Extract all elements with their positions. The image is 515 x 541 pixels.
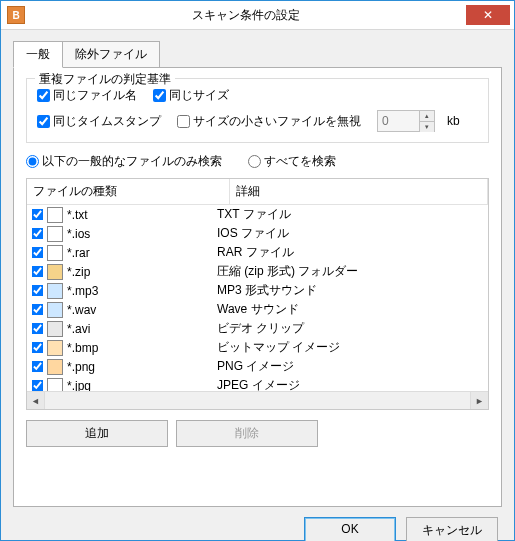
same-filename-label[interactable]: 同じファイル名 <box>37 87 137 104</box>
same-timestamp-text: 同じタイムスタンプ <box>53 113 161 130</box>
table-row[interactable]: *.aviビデオ クリップ <box>27 319 488 338</box>
table-row[interactable]: *.jpgJPEG イメージ <box>27 376 488 391</box>
table-row[interactable]: *.mp3MP3 形式サウンド <box>27 281 488 300</box>
duplicate-criteria-legend: 重複ファイルの判定基準 <box>35 71 175 88</box>
column-file-type[interactable]: ファイルの種類 <box>27 179 230 204</box>
row-checkbox[interactable] <box>32 228 44 240</box>
scroll-right-button[interactable]: ► <box>470 392 488 409</box>
file-description: IOS ファイル <box>217 225 484 242</box>
file-extension: *.jpg <box>67 379 217 392</box>
tab-strip: 一般 除外ファイル <box>13 40 502 67</box>
file-extension: *.ios <box>67 227 217 241</box>
file-extension: *.rar <box>67 246 217 260</box>
table-row[interactable]: *.bmpビットマップ イメージ <box>27 338 488 357</box>
listview-header: ファイルの種類 詳細 <box>27 179 488 205</box>
spin-up-button[interactable]: ▴ <box>420 111 434 121</box>
ignore-small-checkbox[interactable] <box>177 115 190 128</box>
same-filename-text: 同じファイル名 <box>53 87 137 104</box>
row-checkbox-cell <box>31 208 45 221</box>
window-title: スキャン条件の設定 <box>25 7 466 24</box>
file-extension: *.avi <box>67 322 217 336</box>
add-button[interactable]: 追加 <box>26 420 168 447</box>
file-extension: *.zip <box>67 265 217 279</box>
row-checkbox[interactable] <box>32 285 44 297</box>
file-description: MP3 形式サウンド <box>217 282 484 299</box>
close-icon: ✕ <box>483 8 493 22</box>
file-type-icon <box>47 226 63 242</box>
file-type-icon <box>47 245 63 261</box>
table-row[interactable]: *.iosIOS ファイル <box>27 224 488 243</box>
ok-button[interactable]: OK <box>304 517 396 541</box>
file-description: Wave サウンド <box>217 301 484 318</box>
row-checkbox[interactable] <box>32 209 44 221</box>
row-checkbox-cell <box>31 341 45 354</box>
row-checkbox[interactable] <box>32 323 44 335</box>
table-row[interactable]: *.rarRAR ファイル <box>27 243 488 262</box>
close-button[interactable]: ✕ <box>466 5 510 25</box>
same-size-text: 同じサイズ <box>169 87 229 104</box>
scope-all-label[interactable]: すべてを検索 <box>248 153 336 170</box>
ignore-small-text: サイズの小さいファイルを無視 <box>193 113 361 130</box>
row-checkbox[interactable] <box>32 342 44 354</box>
file-type-icon <box>47 321 63 337</box>
row-checkbox[interactable] <box>32 361 44 373</box>
file-description: JPEG イメージ <box>217 377 484 391</box>
small-size-spinner[interactable]: 0 ▴ ▾ <box>377 110 435 132</box>
dialog-buttons: OK キャンセル <box>13 517 502 541</box>
file-extension: *.txt <box>67 208 217 222</box>
file-type-icon <box>47 340 63 356</box>
row-checkbox-cell <box>31 265 45 278</box>
client-area: 一般 除外ファイル 重複ファイルの判定基準 同じファイル名 同じサイズ <box>1 30 514 541</box>
file-type-icon <box>47 378 63 392</box>
size-unit-label: kb <box>447 114 460 128</box>
row-checkbox-cell <box>31 284 45 297</box>
horizontal-scrollbar[interactable]: ◄ ► <box>27 391 488 409</box>
row-checkbox-cell <box>31 360 45 373</box>
listview-body[interactable]: *.txtTXT ファイル*.iosIOS ファイル*.rarRAR ファイル*… <box>27 205 488 391</box>
file-description: ビットマップ イメージ <box>217 339 484 356</box>
file-type-icon <box>47 283 63 299</box>
same-size-label[interactable]: 同じサイズ <box>153 87 229 104</box>
file-description: 圧縮 (zip 形式) フォルダー <box>217 263 484 280</box>
row-checkbox-cell <box>31 303 45 316</box>
same-timestamp-label[interactable]: 同じタイムスタンプ <box>37 113 161 130</box>
file-description: PNG イメージ <box>217 358 484 375</box>
file-type-icon <box>47 207 63 223</box>
tab-general[interactable]: 一般 <box>13 41 63 68</box>
same-size-checkbox[interactable] <box>153 89 166 102</box>
app-icon: B <box>7 6 25 24</box>
row-checkbox-cell <box>31 322 45 335</box>
table-row[interactable]: *.zip圧縮 (zip 形式) フォルダー <box>27 262 488 281</box>
file-extension: *.wav <box>67 303 217 317</box>
row-checkbox[interactable] <box>32 247 44 259</box>
scope-common-radio[interactable] <box>26 155 39 168</box>
cancel-button[interactable]: キャンセル <box>406 517 498 541</box>
table-row[interactable]: *.pngPNG イメージ <box>27 357 488 376</box>
row-checkbox-cell <box>31 379 45 391</box>
table-row[interactable]: *.txtTXT ファイル <box>27 205 488 224</box>
delete-button[interactable]: 削除 <box>176 420 318 447</box>
column-description[interactable]: 詳細 <box>230 179 488 204</box>
file-extension: *.png <box>67 360 217 374</box>
duplicate-criteria-group: 重複ファイルの判定基準 同じファイル名 同じサイズ 同じタイムスタンプ <box>26 78 489 143</box>
search-scope-radios: 以下の一般的なファイルのみ検索 すべてを検索 <box>26 153 489 170</box>
tab-exclude-files[interactable]: 除外ファイル <box>62 41 160 68</box>
tab-panel-general: 重複ファイルの判定基準 同じファイル名 同じサイズ 同じタイムスタンプ <box>13 67 502 507</box>
scope-all-radio[interactable] <box>248 155 261 168</box>
row-checkbox[interactable] <box>32 304 44 316</box>
row-checkbox[interactable] <box>32 380 44 391</box>
small-size-value: 0 <box>378 114 419 128</box>
same-timestamp-checkbox[interactable] <box>37 115 50 128</box>
list-action-row: 追加 削除 <box>26 420 489 447</box>
file-extension: *.mp3 <box>67 284 217 298</box>
spin-down-button[interactable]: ▾ <box>420 121 434 132</box>
scope-common-label[interactable]: 以下の一般的なファイルのみ検索 <box>26 153 222 170</box>
same-filename-checkbox[interactable] <box>37 89 50 102</box>
file-type-icon <box>47 264 63 280</box>
ignore-small-label[interactable]: サイズの小さいファイルを無視 <box>177 113 361 130</box>
table-row[interactable]: *.wavWave サウンド <box>27 300 488 319</box>
row-checkbox[interactable] <box>32 266 44 278</box>
file-description: ビデオ クリップ <box>217 320 484 337</box>
scroll-left-button[interactable]: ◄ <box>27 392 45 409</box>
scope-all-text: すべてを検索 <box>264 153 336 170</box>
